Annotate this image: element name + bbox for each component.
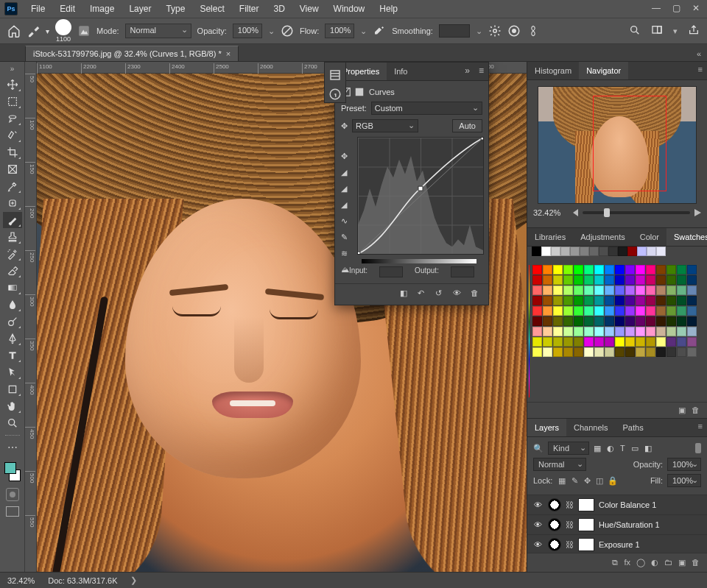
view-previous-icon[interactable]: ↶ [418,288,429,300]
workspace-icon[interactable] [651,24,663,38]
swatch[interactable] [625,327,635,336]
layer-filter-kind[interactable]: Kind [548,442,589,455]
swatch[interactable] [656,296,666,305]
swatch[interactable] [605,327,614,336]
swatch[interactable] [543,337,552,347]
menu-layer[interactable]: Layer [122,1,158,17]
tab-adjustments[interactable]: Adjustments [573,228,633,246]
swatch[interactable] [677,296,686,305]
swatch[interactable] [532,337,542,347]
visibility-icon[interactable]: 👁 [532,500,544,509]
swatch[interactable] [636,306,645,316]
tab-channels[interactable]: Channels [566,419,615,436]
swatch[interactable] [605,347,614,357]
swatch[interactable] [574,275,583,285]
menu-filter[interactable]: Filter [232,1,267,17]
eyedropper-gray-icon[interactable]: ◢ [341,184,353,196]
swatch[interactable] [543,296,552,305]
swatch[interactable] [636,337,645,347]
swatch[interactable] [594,275,604,285]
swatch[interactable] [677,286,686,295]
blend-mode-select[interactable]: Normal [125,24,191,38]
swatch[interactable] [615,306,625,316]
swatch[interactable] [625,296,635,305]
swatch[interactable] [532,247,541,256]
swatch[interactable] [563,316,573,326]
filter-shape-icon[interactable]: ▭ [631,444,639,453]
tab-navigator[interactable]: Navigator [579,62,628,79]
swatch[interactable] [677,347,686,357]
menu-help[interactable]: Help [372,1,405,17]
layer-blend-select[interactable]: Normal [533,458,586,471]
swatch[interactable] [656,306,666,316]
close-icon[interactable]: × [226,49,231,58]
menu-select[interactable]: Select [192,1,231,17]
swatch[interactable] [543,286,552,295]
minimize-button[interactable]: — [652,3,661,13]
swatch[interactable] [574,286,583,295]
swatch[interactable] [580,247,589,256]
edit-toolbar-icon[interactable]: ⋯ [3,439,22,456]
swatch[interactable] [532,306,542,316]
swatch[interactable] [687,265,697,274]
filter-pixel-icon[interactable]: ▦ [594,444,601,453]
screen-mode-toggle[interactable] [6,506,19,517]
swatch[interactable] [615,337,625,347]
swatch[interactable] [625,275,635,285]
swatch[interactable] [687,296,697,305]
menu-edit[interactable]: Edit [52,1,82,17]
curves-clip-icon[interactable]: ⛰ [341,265,353,277]
layer-mask-thumb[interactable] [578,538,594,551]
swatch[interactable] [677,306,686,316]
swatch[interactable] [615,316,625,326]
swatch[interactable] [677,316,686,326]
swatch[interactable] [574,316,583,326]
swatch[interactable] [605,265,614,274]
swatch[interactable] [656,247,666,256]
swatch[interactable] [687,327,697,336]
swatch[interactable] [532,265,542,274]
tab-layers[interactable]: Layers [527,419,566,436]
swatch[interactable] [608,247,618,256]
maximize-button[interactable]: ▢ [672,3,680,13]
lasso-tool[interactable] [3,110,22,127]
swatch[interactable] [594,347,604,357]
layer-name[interactable]: Hue/Saturation 1 [599,520,703,529]
swatch[interactable] [584,327,594,336]
swatch[interactable] [594,265,604,274]
swatch[interactable] [543,327,552,336]
swatch[interactable] [584,316,594,326]
visibility-icon[interactable]: 👁 [532,540,544,549]
ruler-vertical[interactable]: 50100150200250300350400450500550 [25,62,37,572]
swatch[interactable] [615,275,625,285]
pressure-opacity-icon[interactable] [281,24,294,38]
swatch[interactable] [636,286,645,295]
swatch[interactable] [553,337,563,347]
swatch[interactable] [532,316,542,326]
swatch[interactable] [543,275,552,285]
swatch[interactable] [584,347,594,357]
shape-tool[interactable] [3,381,22,397]
swatch[interactable] [666,347,676,357]
new-adjustment-icon[interactable]: ◐ [651,558,658,567]
swatch[interactable] [543,347,552,357]
pressure-size-icon[interactable] [507,24,521,38]
close-button[interactable]: ✕ [692,3,700,13]
swatch[interactable] [666,296,676,305]
swatch[interactable] [543,316,552,326]
home-icon[interactable] [7,24,21,38]
swatch[interactable] [615,327,625,336]
layer-opacity-value[interactable]: 100% [667,458,701,471]
doctab-collapse-icon[interactable]: « [691,46,707,61]
layer-mask-thumb[interactable] [578,498,594,511]
swatch[interactable] [574,347,583,357]
lock-all-icon[interactable]: 🔒 [608,476,618,486]
swatch[interactable] [553,347,563,357]
new-layer-icon[interactable]: ▣ [678,558,686,567]
swatch[interactable] [594,286,604,295]
swatch[interactable] [605,306,614,316]
swatch[interactable] [541,247,551,256]
swatch[interactable] [646,327,655,336]
history-icon[interactable] [328,68,342,82]
menu-image[interactable]: Image [82,1,122,17]
